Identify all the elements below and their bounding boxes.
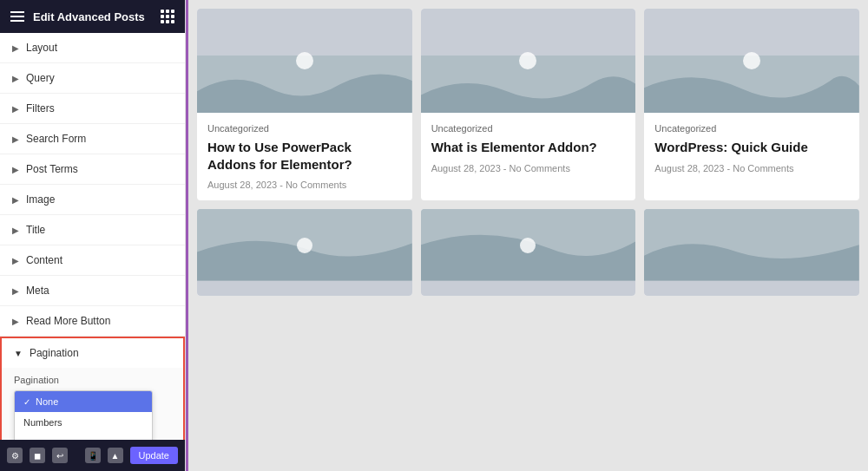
post-meta-2: August 28, 2023 - No Comments xyxy=(431,163,626,173)
sidebar-item-label: Read More Button xyxy=(26,315,110,327)
post-card-2: Uncategorized What is Elementor Addon? A… xyxy=(421,9,636,200)
sidebar-item-label: Meta xyxy=(26,285,49,297)
sidebar-header-left: Edit Advanced Posts xyxy=(10,10,145,23)
post-title-2: What is Elementor Addon? xyxy=(431,139,626,156)
arrow-icon: ▶ xyxy=(12,104,19,114)
arrow-icon: ▶ xyxy=(12,286,19,296)
main-content: Uncategorized How to Use PowerPack Addon… xyxy=(186,0,868,471)
post-body-2: Uncategorized What is Elementor Addon? A… xyxy=(421,113,636,184)
post-thumbnail-3 xyxy=(644,9,859,113)
post-meta-1: August 28, 2023 - No Comments xyxy=(207,180,402,190)
post-card-bottom-2 xyxy=(421,209,636,296)
thumbnail-circle xyxy=(519,52,536,69)
pagination-arrow-icon: ▼ xyxy=(14,349,23,358)
sidebar-item-label: Content xyxy=(26,254,62,266)
post-category-3: Uncategorized xyxy=(654,123,849,134)
post-card-1: Uncategorized How to Use PowerPack Addon… xyxy=(197,9,412,200)
sidebar-item-search-form[interactable]: ▶ Search Form xyxy=(0,124,185,154)
sidebar-item-label: Query xyxy=(26,72,55,84)
option-none[interactable]: ✓ None xyxy=(15,391,152,412)
option-label: None xyxy=(36,396,58,407)
pagination-header[interactable]: ▼ Pagination xyxy=(2,338,183,368)
option-numbers-prev-next[interactable]: Numbers + Previous/Next xyxy=(15,433,152,440)
pagination-section-label: Pagination xyxy=(30,347,79,359)
undo-icon[interactable]: ↩ xyxy=(52,448,68,463)
post-category-2: Uncategorized xyxy=(431,123,626,134)
sidebar-item-label: Filters xyxy=(26,102,55,114)
hamburger-icon[interactable] xyxy=(10,11,24,22)
settings-icon[interactable]: ⚙ xyxy=(7,448,23,463)
thumbnail-circle xyxy=(743,52,760,69)
pagination-section: ▼ Pagination Pagination ✓ None Numbers xyxy=(0,337,185,440)
sidebar-item-label: Post Terms xyxy=(26,163,78,175)
posts-grid: Uncategorized How to Use PowerPack Addon… xyxy=(197,9,859,200)
arrow-icon: ▶ xyxy=(12,74,19,83)
posts-grid-bottom xyxy=(197,209,859,296)
footer-right-icons: 📱 ▲ Update xyxy=(85,447,178,464)
pagination-dropdown[interactable]: ✓ None Numbers Numbers + Previous/Next L… xyxy=(14,390,153,440)
sidebar-item-read-more-button[interactable]: ▶ Read More Button xyxy=(0,306,185,337)
sidebar-item-filters[interactable]: ▶ Filters xyxy=(0,94,185,124)
post-thumbnail-bottom-3 xyxy=(644,209,859,296)
pagination-field-label: Pagination xyxy=(14,375,59,385)
sidebar-nav: ▶ Layout ▶ Query ▶ Filters ▶ Search Form… xyxy=(0,33,185,440)
post-card-3: Uncategorized WordPress: Quick Guide Aug… xyxy=(644,9,859,200)
chevron-up-icon[interactable]: ▲ xyxy=(108,448,123,463)
post-title-1: How to Use PowerPack Addons for Elemento… xyxy=(207,139,402,173)
sidebar-item-query[interactable]: ▶ Query xyxy=(0,63,185,94)
sidebar-item-image[interactable]: ▶ Image xyxy=(0,185,185,215)
post-body-1: Uncategorized How to Use PowerPack Addon… xyxy=(197,113,412,200)
post-thumbnail-2 xyxy=(421,9,636,113)
sidebar-item-label: Search Form xyxy=(26,133,86,145)
post-body-3: Uncategorized WordPress: Quick Guide Aug… xyxy=(644,113,859,184)
post-meta-3: August 28, 2023 - No Comments xyxy=(654,163,849,173)
sidebar-item-content[interactable]: ▶ Content xyxy=(0,245,185,276)
sidebar-item-label: Layout xyxy=(26,42,57,54)
thumbnail-circle xyxy=(297,238,312,253)
option-label: Numbers + Previous/Next xyxy=(23,438,133,440)
option-numbers[interactable]: Numbers xyxy=(15,412,152,433)
pagination-row: Pagination xyxy=(14,375,171,385)
post-thumbnail-bottom-1 xyxy=(197,209,412,296)
post-thumbnail-1 xyxy=(197,9,412,113)
thumbnail-circle xyxy=(520,238,536,253)
sidebar-item-post-terms[interactable]: ▶ Post Terms xyxy=(0,154,185,185)
mobile-icon[interactable]: 📱 xyxy=(85,448,101,463)
post-title-3: WordPress: Quick Guide xyxy=(654,139,849,156)
sidebar: Edit Advanced Posts ▶ Layout ▶ Query ▶ F… xyxy=(0,0,186,471)
sidebar-title: Edit Advanced Posts xyxy=(33,10,145,23)
thumbnail-circle xyxy=(296,52,313,69)
check-icon: ✓ xyxy=(23,397,30,407)
sidebar-item-title[interactable]: ▶ Title xyxy=(0,215,185,245)
arrow-icon: ▶ xyxy=(12,226,19,235)
arrow-icon: ▶ xyxy=(12,43,19,53)
sidebar-item-label: Image xyxy=(26,193,55,206)
sidebar-item-layout[interactable]: ▶ Layout xyxy=(0,33,185,63)
post-category-1: Uncategorized xyxy=(207,123,402,134)
update-button[interactable]: Update xyxy=(130,447,178,464)
post-card-bottom-1 xyxy=(197,209,412,296)
sidebar-header: Edit Advanced Posts xyxy=(0,0,185,33)
arrow-icon: ▶ xyxy=(12,195,19,205)
grid-icon[interactable] xyxy=(161,10,174,23)
pagination-content: Pagination ✓ None Numbers Numbers + Prev… xyxy=(2,368,183,440)
sidebar-footer: ⚙ ◼ ↩ 📱 ▲ Update xyxy=(0,440,185,471)
arrow-icon: ▶ xyxy=(12,134,19,144)
arrow-icon: ▶ xyxy=(12,256,19,265)
layers-icon[interactable]: ◼ xyxy=(30,448,45,463)
post-thumbnail-bottom-2 xyxy=(421,209,636,296)
arrow-icon: ▶ xyxy=(12,317,19,326)
sidebar-item-meta[interactable]: ▶ Meta xyxy=(0,276,185,306)
sidebar-item-label: Title xyxy=(26,224,45,236)
option-label: Numbers xyxy=(23,417,62,428)
arrow-icon: ▶ xyxy=(12,165,19,174)
footer-icons: ⚙ ◼ ↩ xyxy=(7,448,68,463)
post-card-bottom-3 xyxy=(644,209,859,296)
